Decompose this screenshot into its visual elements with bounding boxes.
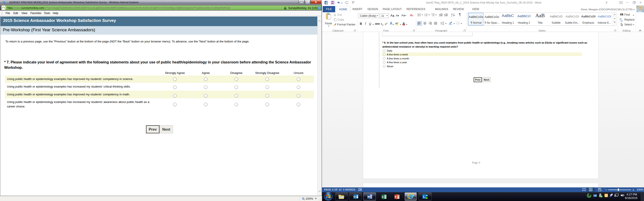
svg-text:X: X bbox=[382, 196, 384, 198]
svg-text:L: L bbox=[423, 195, 425, 198]
svg-text:O: O bbox=[354, 196, 356, 198]
svg-text:W: W bbox=[325, 2, 327, 4]
svg-text:P: P bbox=[395, 196, 396, 198]
svg-text:Z: Z bbox=[451, 15, 452, 16]
svg-text:W: W bbox=[368, 196, 370, 198]
svg-text:ac: ac bbox=[621, 20, 623, 22]
svg-text:O: O bbox=[594, 195, 595, 197]
svg-text:3: 3 bbox=[424, 15, 425, 16]
